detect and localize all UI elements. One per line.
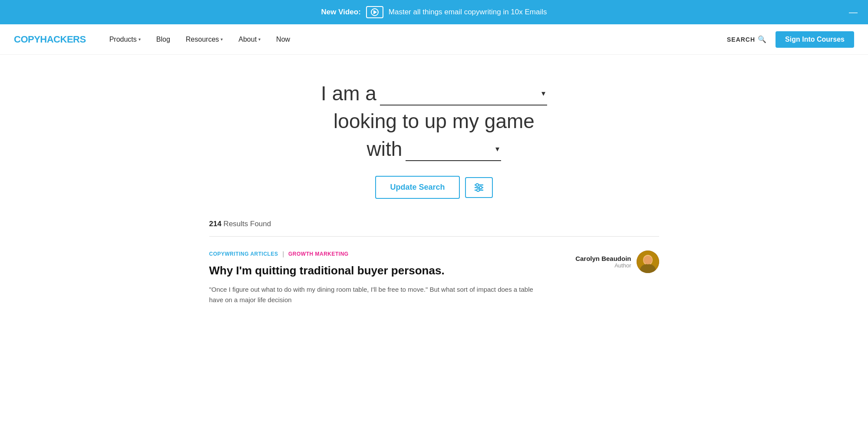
results-count: 214 Results Found xyxy=(209,220,659,228)
play-icon xyxy=(373,10,377,14)
about-chevron-icon: ▾ xyxy=(258,37,261,42)
avatar xyxy=(637,250,659,273)
hero-prefix-1: I am a xyxy=(321,81,376,107)
nav-resources-label: Resources xyxy=(186,36,219,43)
hero-row-3: with articles courses books ▾ xyxy=(209,136,659,162)
search-icon: 🔍 xyxy=(758,35,767,43)
author-details: Carolyn Beaudoin Author xyxy=(575,255,631,269)
nav-item-now[interactable]: Now xyxy=(268,24,298,55)
article-right: Carolyn Beaudoin Author xyxy=(575,250,659,273)
hero-row-2: looking to up my game xyxy=(209,109,659,135)
top-banner: New Video: Master all things email copyw… xyxy=(0,0,868,24)
svg-point-3 xyxy=(476,184,479,186)
search-actions: Update Search xyxy=(209,176,659,199)
banner-logo[interactable] xyxy=(366,6,383,18)
tag-separator: | xyxy=(282,250,284,257)
search-trigger[interactable]: SEARCH 🔍 xyxy=(727,35,767,43)
banner-description: Master all things email copywriting in 1… xyxy=(389,8,547,16)
banner-content: New Video: Master all things email copyw… xyxy=(321,6,547,18)
banner-play-circle xyxy=(371,8,379,16)
article-item: COPYWRITING ARTICLES | GROWTH MARKETING … xyxy=(209,250,659,319)
article-excerpt: "Once I figure out what to do with my di… xyxy=(209,284,548,305)
nav-item-resources[interactable]: Resources ▾ xyxy=(178,24,231,55)
navbar: COPYHACKERS Products ▾ Blog Resources ▾ … xyxy=(0,24,868,55)
nav-item-about[interactable]: About ▾ xyxy=(231,24,268,55)
author-role: Author xyxy=(575,262,631,269)
banner-new-video-label: New Video: xyxy=(321,8,360,16)
filter-icon xyxy=(474,183,484,192)
hero-dropdown-1-wrapper: copywriter marketer founder content stra… xyxy=(380,82,547,105)
svg-point-5 xyxy=(477,189,479,191)
article-tags: COPYWRITING ARTICLES | GROWTH MARKETING xyxy=(209,250,548,257)
nav-about-label: About xyxy=(238,36,257,43)
hero-dropdown-2-wrapper: articles courses books ▾ xyxy=(406,138,501,161)
nav-products-label: Products xyxy=(109,36,137,43)
hero-row-1: I am a copywriter marketer founder conte… xyxy=(209,81,659,107)
results-number: 214 xyxy=(209,220,221,228)
svg-point-9 xyxy=(644,256,652,264)
hero-search: I am a copywriter marketer founder conte… xyxy=(209,81,659,199)
hero-prefix-3: with xyxy=(367,136,403,162)
results-label: Results Found xyxy=(224,220,271,228)
site-logo[interactable]: COPYHACKERS xyxy=(14,34,86,45)
nav-blog-label: Blog xyxy=(156,36,170,43)
update-search-button[interactable]: Update Search xyxy=(375,176,459,199)
filter-button[interactable] xyxy=(465,177,493,198)
banner-close-button[interactable]: — xyxy=(849,7,858,17)
hero-dropdown-2[interactable]: articles courses books xyxy=(406,138,501,160)
article-left: COPYWRITING ARTICLES | GROWTH MARKETING … xyxy=(209,250,548,305)
results-divider xyxy=(209,236,659,237)
author-name: Carolyn Beaudoin xyxy=(575,255,631,262)
products-chevron-icon: ▾ xyxy=(139,37,141,42)
nav-right: SEARCH 🔍 Sign Into Courses xyxy=(727,31,854,48)
article-tag-2[interactable]: GROWTH MARKETING xyxy=(288,251,349,257)
article-tag-1[interactable]: COPYWRITING ARTICLES xyxy=(209,251,278,257)
avatar-image xyxy=(637,250,659,273)
hero-dropdown-1[interactable]: copywriter marketer founder content stra… xyxy=(380,82,547,105)
nav-item-products[interactable]: Products ▾ xyxy=(102,24,149,55)
article-title[interactable]: Why I'm quitting traditional buyer perso… xyxy=(209,264,548,278)
sign-in-button[interactable]: Sign Into Courses xyxy=(776,31,854,48)
search-label: SEARCH xyxy=(727,36,755,43)
nav-links: Products ▾ Blog Resources ▾ About ▾ Now xyxy=(102,24,727,55)
hero-line-2: looking to up my game xyxy=(333,109,535,135)
nav-now-label: Now xyxy=(276,36,290,43)
main-content: I am a copywriter marketer founder conte… xyxy=(195,55,673,350)
resources-chevron-icon: ▾ xyxy=(221,37,223,42)
nav-item-blog[interactable]: Blog xyxy=(149,24,178,55)
author-info: Carolyn Beaudoin Author xyxy=(575,250,659,273)
svg-point-4 xyxy=(479,186,482,189)
